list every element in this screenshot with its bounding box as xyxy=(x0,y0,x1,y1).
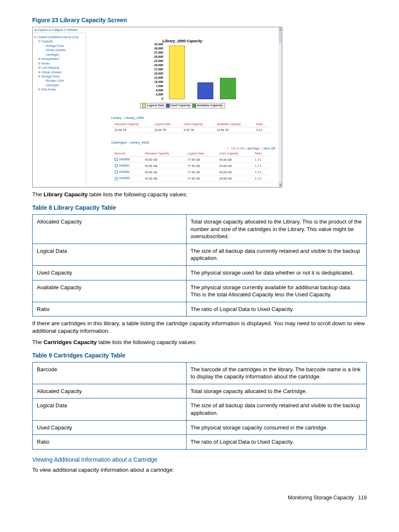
tree-item[interactable]: ⊞ LUN Mapping xyxy=(33,66,85,69)
table-row: Used CapacityThe physical storage capaci… xyxy=(33,420,367,435)
column-header: Ratio xyxy=(251,151,270,157)
screenshot-library-capacity: ⊕ Expand ⊖ Collapse ↻ Refresh ⊟ Chassis … xyxy=(32,27,282,188)
subheading-view-additional: Viewing Additional Information about a C… xyxy=(32,456,367,463)
disc-icon xyxy=(115,158,118,161)
bullet-icon: · xyxy=(42,48,45,52)
expand-icon[interactable]: ⊞ xyxy=(38,57,41,61)
column-header: Used Capacity xyxy=(180,121,213,127)
column-header: Logical Data xyxy=(184,151,216,157)
tree-item[interactable]: ⊟ Chassis [vls300m3.usa.hp.com] xyxy=(33,35,85,39)
y-tick: 15,000 xyxy=(147,72,163,75)
bullet-icon: · xyxy=(42,44,45,48)
scroll-down-icon[interactable]: ▾ xyxy=(279,183,282,187)
table-row: DA000345.00 GB77.95 GB45.00 GB1.7:1 xyxy=(111,175,270,182)
bar-available-capacity xyxy=(220,78,236,99)
expand-icon[interactable]: ⊞ xyxy=(38,70,41,74)
tree-item[interactable]: · Cartridges xyxy=(33,83,85,87)
tree-item[interactable]: · Storage LUNs xyxy=(33,79,85,82)
table-row: DA000245.00 GB77.95 GB45.00 GB1.7:1 xyxy=(111,169,270,175)
y-tick: 20,000 xyxy=(147,64,163,67)
column-header: Available Capacity xyxy=(213,121,253,127)
collapse-icon[interactable]: ⊟ xyxy=(38,39,41,43)
paragraph-cartridge-note: If there are cartridges in this library,… xyxy=(32,320,367,335)
bullet-icon: · xyxy=(42,53,45,57)
scroll-thumb[interactable] xyxy=(279,31,281,43)
capacity-bar-chart: 32,50030,00027,50025,00022,50020,00017,5… xyxy=(115,44,249,108)
table9-cartridges-capacity: BarcodeThe barcode of the cartridges in … xyxy=(32,362,367,450)
column-header: Allocated Capacity xyxy=(111,121,151,127)
table-row: Used CapacityThe physical storage used f… xyxy=(33,265,367,280)
table-row: Allocated CapacityTotal storage capacity… xyxy=(33,215,367,244)
y-tick: 17,500 xyxy=(147,68,163,71)
nav-tree[interactable]: ⊟ Chassis [vls300m3.usa.hp.com]⊟ Capacit… xyxy=(33,33,86,187)
table-row: Logical DataThe size of all backup data … xyxy=(33,244,367,265)
column-header: Used Capacity xyxy=(216,151,251,157)
tree-item[interactable]: · Cartridges xyxy=(33,53,85,57)
pager-last-link[interactable]: Last Page xyxy=(246,147,260,150)
barcode-link[interactable]: DA0000 xyxy=(111,157,141,163)
chart-title: Library_2000 Capacity xyxy=(86,39,279,43)
table-row: Allocated CapacityTotal storage capacity… xyxy=(33,384,367,398)
y-tick: 30,000 xyxy=(147,47,163,50)
collapse-icon[interactable]: ⊟ xyxy=(33,35,36,39)
column-header: Ratio xyxy=(253,121,270,127)
barcode-link[interactable]: DA0001 xyxy=(111,163,141,169)
main-panel: Library_2000 Capacity 32,50030,00027,500… xyxy=(86,27,279,187)
disc-icon xyxy=(115,164,118,167)
pager-next-link[interactable]: Next 100 xyxy=(263,147,275,150)
scroll-up-icon[interactable]: ▴ xyxy=(279,27,282,31)
tree-item[interactable]: ⊞ Deduplication xyxy=(33,57,85,61)
bullet-icon: · xyxy=(42,83,45,87)
expand-icon[interactable]: ⊞ xyxy=(38,62,41,65)
paragraph-library-intro: The Library Capacity table lists the fol… xyxy=(32,191,367,198)
section-library-title: Library - Library_2000 xyxy=(111,116,279,120)
y-tick: 2,500 xyxy=(147,93,163,96)
table8-library-capacity: Allocated CapacityTotal storage capacity… xyxy=(32,214,367,316)
tree-item[interactable]: ⊞ Nodes xyxy=(33,62,85,65)
figure-caption: Figure 23 Library Capacity Screen xyxy=(32,17,367,23)
tree-item[interactable]: ⊞ Virtual Libraries xyxy=(33,70,85,74)
table-row: RatioThe ratio of Logical Data to Used C… xyxy=(33,435,367,450)
bar-used-capacity xyxy=(197,82,213,99)
bar-logical-data xyxy=(169,46,185,99)
table-row: RatioThe ratio of Logical Data to Used C… xyxy=(33,302,367,316)
y-tick: 0 xyxy=(147,97,163,100)
expand-icon[interactable]: ⊞ xyxy=(38,75,41,78)
tree-item[interactable]: ⊞ Disk Arrays xyxy=(33,87,85,91)
tree-item[interactable]: ⊞ Storage Pools xyxy=(33,75,85,78)
y-tick: 25,000 xyxy=(147,55,163,58)
table-row: DA000145.00 GB77.95 GB45.00 GB1.7:1 xyxy=(111,163,270,169)
y-tick: 5,000 xyxy=(147,89,163,92)
column-header: Allocated Capacity xyxy=(141,151,184,157)
barcode-link[interactable]: DA0002 xyxy=(111,169,141,175)
bullet-icon: · xyxy=(42,79,45,82)
tree-item[interactable]: · Virtual Libraries xyxy=(33,48,85,52)
library-capacity-table: Allocated CapacityLogical DataUsed Capac… xyxy=(111,121,270,133)
pager: 1 - 100 of 500 Last Page | Next 100 xyxy=(86,147,275,150)
table8-caption: Table 8 Library Capacity Table xyxy=(32,204,367,211)
disc-icon xyxy=(115,177,118,180)
table-row: Logical DataThe size of all backup data … xyxy=(33,398,367,420)
y-tick: 22,500 xyxy=(147,59,163,62)
legend-swatch-available xyxy=(192,104,196,108)
column-header: Logical Data xyxy=(151,121,180,127)
table-row: Available CapacityThe physical storage c… xyxy=(33,280,367,302)
disc-icon xyxy=(115,170,118,174)
table-row: 22.60 TB32.06 TB9.92 TB12.68 TB3.3:1 xyxy=(111,127,270,133)
section-cartridges-title: Cartridges - Library_2000 xyxy=(111,141,279,144)
legend-swatch-logical xyxy=(142,104,146,108)
y-tick: 27,500 xyxy=(147,51,163,54)
column-header: Barcode xyxy=(111,151,141,157)
tree-item[interactable]: · Storage Pools xyxy=(33,44,85,48)
y-tick: 12,500 xyxy=(147,76,163,79)
barcode-link[interactable]: DA0003 xyxy=(111,175,141,182)
expand-icon[interactable]: ⊞ xyxy=(38,66,41,69)
expand-icon[interactable]: ⊞ xyxy=(38,87,41,91)
y-tick: 32,500 xyxy=(147,43,163,46)
scrollbar[interactable]: ▴ ▾ xyxy=(279,27,282,187)
table-row: DA000045.00 GB77.95 GB45.00 GB1.7:1 xyxy=(111,157,270,163)
y-tick: 10,000 xyxy=(147,80,163,83)
page-footer: Monitoring Storage Capacity 119 xyxy=(32,495,367,501)
tree-toolbar[interactable]: ⊕ Expand ⊖ Collapse ↻ Refresh xyxy=(33,27,86,33)
tree-item[interactable]: ⊟ Capacity xyxy=(33,39,85,43)
